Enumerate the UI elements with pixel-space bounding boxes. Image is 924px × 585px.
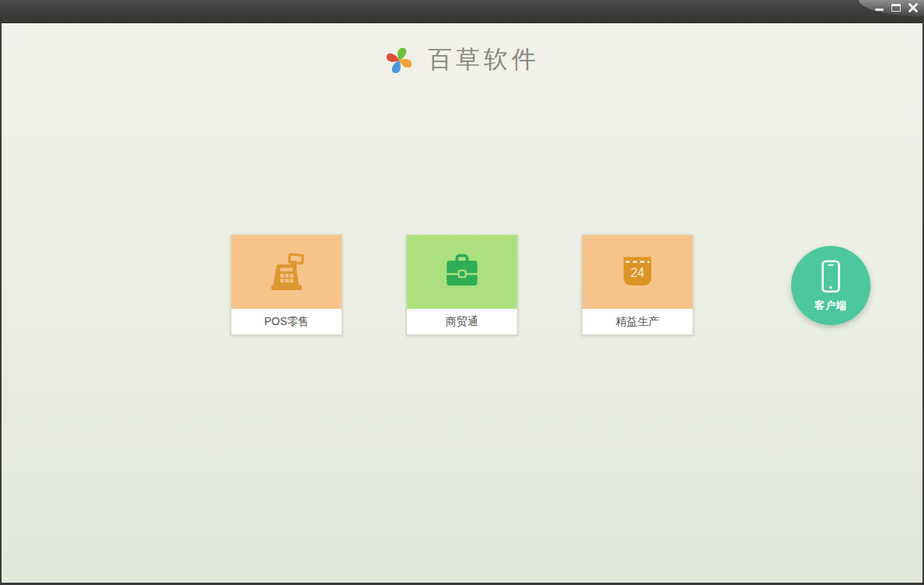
card-pos-art <box>231 235 342 309</box>
app-window: 百草软件 <box>0 0 924 585</box>
maximize-button[interactable] <box>888 1 904 14</box>
pinwheel-logo-icon <box>384 45 414 74</box>
card-lean-label: 精益生产 <box>582 309 693 334</box>
minimize-button[interactable] <box>871 1 887 14</box>
titlebar[interactable] <box>0 0 924 23</box>
maximize-icon <box>891 4 901 12</box>
briefcase-icon <box>439 249 485 296</box>
card-pos-label: POS零售 <box>231 309 342 334</box>
client-button[interactable]: 客户端 <box>791 246 870 325</box>
card-trade[interactable]: 商贸通 <box>406 234 518 335</box>
calendar-icon: 24 <box>614 249 661 296</box>
calendar-day-text: 24 <box>630 265 644 279</box>
card-pos-retail[interactable]: POS零售 <box>231 234 342 335</box>
card-lean-art: 24 <box>582 235 693 309</box>
product-cards: POS零售 商贸通 24 <box>2 234 922 335</box>
app-name: 百草软件 <box>428 43 540 76</box>
smartphone-icon <box>819 258 842 296</box>
card-lean-production[interactable]: 24 精益生产 <box>582 234 693 335</box>
minimize-icon <box>875 9 884 11</box>
cash-register-icon <box>263 249 310 296</box>
card-trade-label: 商贸通 <box>407 309 517 334</box>
close-button[interactable] <box>905 1 921 14</box>
main-content: 百草软件 <box>0 23 924 585</box>
close-icon <box>908 3 918 12</box>
card-trade-art <box>407 235 517 309</box>
app-logo: 百草软件 <box>2 43 922 76</box>
client-button-label: 客户端 <box>815 299 847 313</box>
